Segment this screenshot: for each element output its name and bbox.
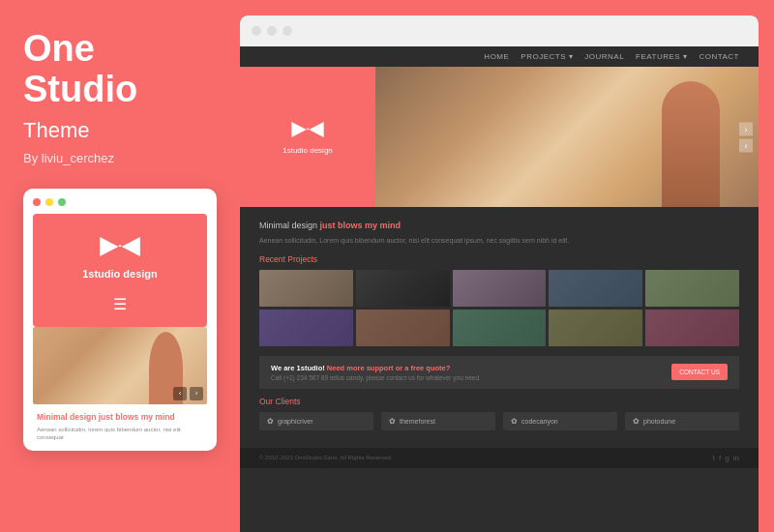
site-content: HOME PROJECTS ▾ JOURNAL FEATURES ▾ CONTA… <box>240 46 759 532</box>
mobile-text-section: Minimal design just blows my mind Aenean… <box>33 404 207 442</box>
nav-features[interactable]: FEATURES ▾ <box>636 52 687 61</box>
mobile-hero-section: 1studio design ☰ <box>33 214 207 327</box>
main-content: Minimal design just blows my mind Aenean… <box>240 207 759 448</box>
prev-arrow[interactable]: ‹ <box>173 387 187 400</box>
cta-heading: We are 1studio! Need more support or a f… <box>271 364 481 372</box>
chevron-up[interactable]: › <box>739 122 753 135</box>
hamburger-icon[interactable]: ☰ <box>113 295 127 313</box>
dot-green <box>58 198 66 206</box>
portfolio-item[interactable] <box>549 270 642 307</box>
client-photodune: ✿ photodune <box>625 412 739 430</box>
next-arrow[interactable]: › <box>190 387 203 400</box>
themeforest-icon: ✿ <box>389 417 396 426</box>
mobile-nav-arrows: ‹ › <box>173 387 203 400</box>
nav-contact[interactable]: CONTACT <box>699 52 739 61</box>
googleplus-icon[interactable]: g <box>725 454 729 462</box>
hero-logo: 1studio design <box>240 67 375 207</box>
hero-person-silhouette <box>662 81 720 207</box>
mobile-window-dots <box>33 198 207 206</box>
cta-heading-accent: Need more support or a free quote? <box>327 364 451 372</box>
linkedin-icon[interactable]: in <box>733 454 739 462</box>
browser-dot-3 <box>283 26 292 36</box>
hero-carousel-controls: › ‹ <box>739 122 753 152</box>
themeforest-label: themeforest <box>400 418 435 425</box>
title-line1: One <box>23 28 95 69</box>
browser-dot-2 <box>267 26 277 36</box>
tagline-normal: Minimal design <box>259 221 320 230</box>
title-line2: Studio <box>23 69 137 109</box>
client-themeforest: ✿ themeforest <box>381 412 495 430</box>
graphicriver-label: graphicriver <box>278 418 313 425</box>
tagline-accent: just blows my mind <box>320 221 402 230</box>
site-footer: © 2010-2022 OneStudio Sans. All Rights R… <box>240 448 759 468</box>
portfolio-item[interactable] <box>356 270 450 307</box>
mobile-post-heading: Minimal design just blows my mind <box>37 412 203 422</box>
portfolio-item[interactable] <box>645 310 739 346</box>
photodune-label: photodune <box>643 418 675 425</box>
hero-bowtie-icon <box>288 119 327 140</box>
hero-brand-name: 1studio design <box>283 146 333 155</box>
desktop-browser-preview: HOME PROJECTS ▾ JOURNAL FEATURES ▾ CONTA… <box>240 15 759 532</box>
mobile-bowtie-icon <box>96 233 144 260</box>
hero-section: 1studio design › ‹ <box>240 67 759 207</box>
mobile-image-section: ‹ › <box>33 327 207 404</box>
browser-chrome <box>240 15 759 46</box>
hero-image: › ‹ <box>375 67 759 207</box>
theme-subtitle: Theme <box>23 118 217 143</box>
contact-us-button[interactable]: CONTACT US <box>671 364 728 380</box>
graphicriver-icon: ✿ <box>267 417 274 426</box>
cta-phone: Call (+1) 234 567 89 tellus candy, pleas… <box>271 374 481 381</box>
mobile-preview: 1studio design ☰ ‹ › Minimal design just… <box>23 189 217 452</box>
nav-journal[interactable]: JOURNAL <box>584 52 624 61</box>
portfolio-item[interactable] <box>645 270 739 307</box>
codecanyon-icon: ✿ <box>511 417 518 426</box>
browser-dot-1 <box>252 26 261 36</box>
portfolio-item[interactable] <box>549 310 642 346</box>
portfolio-item[interactable] <box>453 310 547 346</box>
author-label: By liviu_cerchez <box>23 151 217 165</box>
chevron-down[interactable]: ‹ <box>739 138 753 152</box>
client-codecanyon: ✿ codecanyon <box>503 412 617 430</box>
tagline-heading: Minimal design just blows my mind <box>259 215 739 232</box>
client-graphicriver: ✿ graphicriver <box>259 412 373 430</box>
portfolio-grid <box>259 270 739 346</box>
photodune-icon: ✿ <box>633 417 640 426</box>
theme-title: One Studio <box>23 29 217 110</box>
intro-description: Aenean sollicitudin, Lorem quis bibendum… <box>259 236 739 247</box>
dot-yellow <box>45 198 53 206</box>
recent-projects-title: Recent Projects <box>259 254 739 264</box>
cta-banner: We are 1studio! Need more support or a f… <box>259 356 739 389</box>
nav-projects[interactable]: PROJECTS ▾ <box>521 52 573 61</box>
clients-section-title: Our Clients <box>259 397 739 406</box>
footer-copyright: © 2010-2022 OneStudio Sans. All Rights R… <box>259 455 393 460</box>
portfolio-item[interactable] <box>259 310 353 346</box>
codecanyon-label: codecanyon <box>521 418 558 425</box>
site-navigation: HOME PROJECTS ▾ JOURNAL FEATURES ▾ CONTA… <box>240 46 759 67</box>
dot-red <box>33 198 41 206</box>
mobile-brand-text: 1studio design <box>82 268 158 280</box>
twitter-icon[interactable]: t <box>713 454 715 462</box>
cta-text-block: We are 1studio! Need more support or a f… <box>271 364 481 381</box>
portfolio-item[interactable] <box>259 270 353 307</box>
portfolio-item[interactable] <box>356 310 450 346</box>
nav-home[interactable]: HOME <box>484 52 509 61</box>
footer-social-links: t f g in <box>713 454 739 462</box>
mobile-post-body: Aenean sollicitudin, lorem quis bibendum… <box>37 426 203 442</box>
left-panel: One Studio Theme By liviu_cerchez 1studi… <box>0 0 240 532</box>
cta-brand: We are 1studio! <box>271 364 327 372</box>
clients-grid: ✿ graphicriver ✿ themeforest ✿ codecanyo… <box>259 412 739 430</box>
facebook-icon[interactable]: f <box>719 454 721 462</box>
portfolio-item[interactable] <box>453 270 547 307</box>
